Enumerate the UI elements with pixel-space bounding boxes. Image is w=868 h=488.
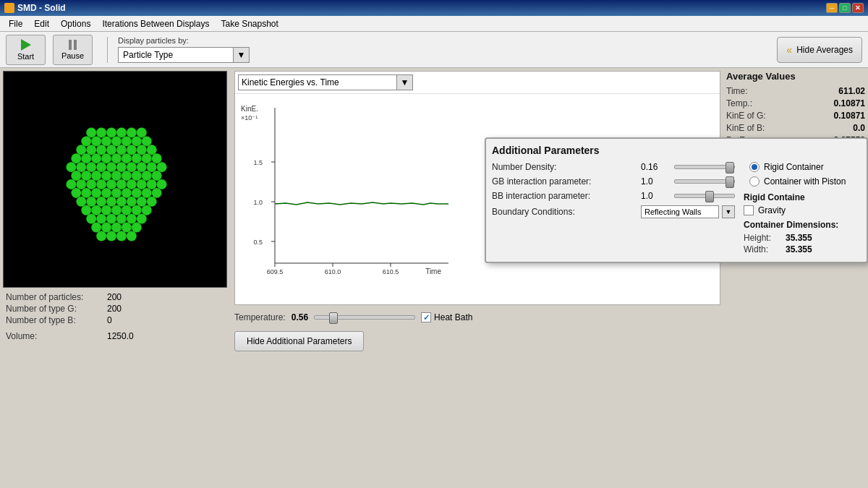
svg-point-79: [111, 205, 122, 215]
svg-point-1: [96, 127, 106, 137]
start-button[interactable]: Start: [6, 35, 46, 65]
rigid-container-option[interactable]: Rigid Container: [749, 162, 868, 172]
svg-point-84: [96, 214, 106, 224]
pause-button[interactable]: Pause: [53, 35, 93, 65]
stat-volume-value: 1250.0: [107, 331, 134, 341]
svg-point-90: [101, 223, 111, 233]
title-bar: SMD - Solid ─ □ ✕: [0, 0, 868, 16]
kinetic-energy-line: [275, 202, 448, 205]
svg-point-50: [76, 179, 86, 189]
particle-type-dropdown[interactable]: Particle Type ▼: [118, 47, 250, 63]
svg-point-77: [91, 205, 101, 215]
temperature-slider-thumb[interactable]: [329, 312, 338, 324]
container-dimensions: Container Dimensions: Height: 35.355 Wid…: [744, 220, 868, 256]
svg-point-81: [132, 205, 142, 215]
stat-type-g: Number of type G: 200: [6, 304, 226, 314]
svg-point-51: [86, 179, 96, 189]
maximize-button[interactable]: □: [839, 3, 851, 13]
svg-point-64: [122, 188, 132, 198]
number-density-slider[interactable]: [674, 165, 735, 169]
menu-file[interactable]: File: [3, 17, 28, 30]
chart-selector-wrapper[interactable]: Kinetic Energies vs. Time ▼: [238, 74, 413, 90]
svg-point-16: [106, 145, 116, 155]
chart-selector-value[interactable]: Kinetic Energies vs. Time: [238, 74, 397, 90]
stat-type-b: Number of type B: 0: [6, 315, 226, 325]
menu-options[interactable]: Options: [55, 17, 96, 30]
bb-interaction-label: BB interaction parameter:: [492, 191, 637, 201]
stat-type-b-label: Number of type B:: [6, 315, 107, 325]
minimize-button[interactable]: ─: [826, 3, 838, 13]
svg-point-8: [101, 136, 111, 146]
gravity-row[interactable]: Gravity: [744, 205, 868, 215]
bb-interaction-slider[interactable]: [674, 194, 735, 198]
menu-bar: File Edit Options Iterations Between Dis…: [0, 16, 868, 32]
heat-bath-control[interactable]: ✓ Heat Bath: [421, 312, 472, 322]
avg-temp: Temp.: 0.10871: [726, 98, 865, 108]
svg-point-22: [81, 153, 91, 163]
svg-point-56: [137, 179, 147, 189]
svg-point-78: [101, 205, 111, 215]
svg-text:609.5: 609.5: [267, 268, 284, 275]
menu-iterations[interactable]: Iterations Between Displays: [96, 17, 215, 30]
close-button[interactable]: ✕: [852, 3, 864, 13]
container-piston-label: Container with Piston: [764, 176, 846, 187]
gravity-checkbox[interactable]: [744, 205, 754, 215]
hide-averages-button[interactable]: « Hide Averages: [777, 37, 862, 63]
svg-point-69: [86, 197, 96, 207]
boundary-selector[interactable]: Reflecting Walls ▼: [641, 205, 735, 218]
boundary-value[interactable]: Reflecting Walls: [641, 205, 719, 218]
svg-point-94: [96, 231, 106, 241]
svg-point-35: [116, 162, 127, 172]
gb-interaction-thumb[interactable]: [726, 176, 734, 188]
svg-point-18: [127, 145, 137, 155]
stat-volume: Volume: 1250.0: [6, 331, 226, 341]
additional-params-title: Additional Parameters: [492, 145, 861, 156]
bb-interaction-thumb[interactable]: [705, 191, 714, 202]
container-piston-option[interactable]: Container with Piston: [749, 176, 868, 187]
container-piston-radio[interactable]: [749, 176, 760, 187]
gb-interaction-label: GB interaction parameter:: [492, 176, 637, 187]
svg-point-60: [81, 188, 91, 198]
hide-additional-button[interactable]: Hide Additional Parameters: [234, 331, 364, 351]
heat-bath-checkbox[interactable]: ✓: [421, 312, 431, 322]
svg-point-48: [152, 171, 162, 181]
svg-point-7: [91, 136, 101, 146]
boundary-dropdown-arrow[interactable]: ▼: [722, 205, 735, 218]
boundary-row: Boundary Conditions: Reflecting Walls ▼: [492, 205, 735, 218]
dropdown-arrow-icon[interactable]: ▼: [234, 47, 250, 63]
svg-point-15: [96, 145, 106, 155]
svg-point-88: [137, 214, 147, 224]
svg-point-61: [91, 188, 101, 198]
menu-edit[interactable]: Edit: [28, 17, 55, 30]
dropdown-value[interactable]: Particle Type: [118, 47, 234, 63]
chart-dropdown-arrow-icon[interactable]: ▼: [397, 74, 413, 90]
svg-point-10: [122, 136, 132, 146]
svg-point-68: [76, 197, 86, 207]
svg-point-32: [86, 162, 96, 172]
bb-interaction-value: 1.0: [641, 191, 670, 201]
avg-temp-value: 0.10871: [834, 98, 865, 108]
left-panel: Number of particles: 200 Number of type …: [0, 68, 231, 488]
svg-point-58: [157, 179, 167, 189]
menu-snapshot[interactable]: Take Snapshot: [215, 17, 284, 30]
svg-point-74: [137, 197, 147, 207]
particles-svg: [4, 72, 226, 287]
container-dims-title: Container Dimensions:: [744, 220, 868, 230]
boundary-label: Boundary Conditions:: [492, 207, 637, 217]
stat-type-g-value: 200: [107, 304, 122, 314]
svg-point-55: [127, 179, 137, 189]
number-density-thumb[interactable]: [726, 162, 734, 174]
avg-kine-b-value: 0.0: [853, 123, 865, 133]
chart-svg: KinE. ×10⁻¹ 0.5 1.0 1.5 609.5: [235, 97, 452, 299]
temperature-slider[interactable]: [314, 315, 415, 320]
avg-kine-b: KinE of B: 0.0: [726, 123, 865, 133]
svg-point-43: [101, 171, 111, 181]
bb-interaction-row: BB interaction parameter: 1.0: [492, 191, 735, 201]
rigid-container-radio[interactable]: [749, 162, 760, 172]
svg-point-44: [111, 171, 122, 181]
number-density-label: Number Density:: [492, 162, 637, 172]
stat-type-g-label: Number of type G:: [6, 304, 107, 314]
gb-interaction-value: 1.0: [641, 176, 670, 187]
gb-interaction-slider[interactable]: [674, 179, 735, 184]
svg-point-2: [106, 127, 116, 137]
